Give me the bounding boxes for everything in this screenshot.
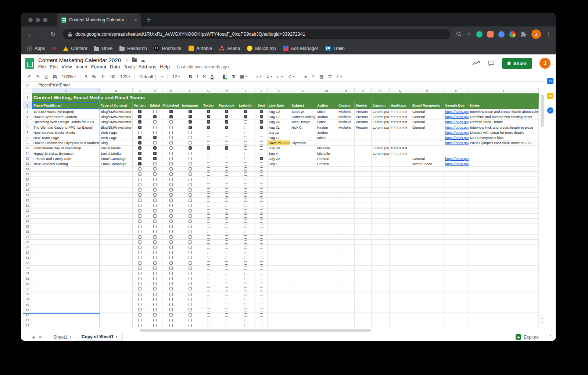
cell-E32[interactable] [162, 260, 180, 265]
cell-M4[interactable]: Jordan [316, 114, 337, 119]
cell-O17[interactable] [355, 182, 372, 188]
checkbox-F12[interactable] [189, 157, 192, 160]
cell-E31[interactable] [162, 255, 180, 260]
checkbox-J6[interactable]: ✓ [260, 126, 263, 129]
cell-M29[interactable] [316, 245, 337, 250]
checkbox-E32[interactable] [169, 261, 173, 265]
cell-I8[interactable] [236, 135, 255, 140]
cell-M18[interactable] [316, 188, 337, 193]
cell-B20[interactable] [100, 198, 133, 203]
cell-S44[interactable] [444, 323, 469, 328]
cell-D35[interactable] [147, 276, 162, 281]
cell-D4[interactable]: ✓ [147, 114, 162, 119]
checkbox-D18[interactable] [153, 188, 157, 192]
row-header-6[interactable]: 6 [23, 125, 32, 130]
cell-O10[interactable] [355, 146, 372, 151]
cell-S43[interactable] [444, 318, 469, 323]
checkbox-D32[interactable] [153, 261, 157, 265]
checkbox-J32[interactable] [260, 261, 263, 265]
bookmark-apps[interactable]: Apps [27, 46, 45, 51]
cell-B8[interactable]: Web Page [100, 135, 133, 140]
checkbox-C12[interactable]: ✓ [138, 157, 141, 160]
minimize-window-button[interactable] [36, 18, 40, 22]
cell-S13[interactable]: https://docs.goog [444, 161, 469, 167]
cell-J34[interactable] [255, 271, 268, 276]
checkbox-J27[interactable] [260, 235, 263, 239]
cell-G37[interactable] [200, 286, 217, 292]
document-title[interactable]: Content Marketing Calendar 2020 [38, 57, 121, 63]
checkbox-C37[interactable] [138, 287, 141, 290]
bookmark-asana[interactable]: Asana [219, 46, 240, 51]
cell-S19[interactable] [444, 193, 469, 198]
checkbox-G25[interactable] [207, 225, 210, 228]
cell-H9[interactable] [217, 140, 236, 146]
cell-L31[interactable] [290, 255, 316, 260]
cell-N31[interactable] [337, 255, 355, 260]
checkbox-E41[interactable] [169, 308, 173, 311]
row-header-14[interactable]: 14 [23, 167, 32, 172]
cell-O23[interactable] [355, 214, 372, 219]
cell-M21[interactable] [316, 203, 337, 208]
checkbox-D10[interactable]: ✓ [153, 146, 157, 150]
cell-I24[interactable] [236, 219, 255, 224]
cell-B27[interactable] [100, 235, 133, 240]
cell-S39[interactable] [444, 297, 469, 302]
checkbox-D44[interactable] [153, 324, 157, 327]
checkbox-F43[interactable] [189, 319, 192, 322]
cell-A7[interactable]: New Service: Social Media [32, 130, 100, 135]
cell-O43[interactable] [355, 318, 372, 323]
cell-A20[interactable] [32, 198, 100, 203]
cell-S40[interactable] [444, 302, 469, 307]
cell-I3[interactable]: ✓ [236, 109, 255, 114]
header-cell-M[interactable]: Author [316, 102, 337, 109]
checkbox-F14[interactable] [189, 167, 192, 171]
checkbox-D43[interactable] [153, 319, 157, 322]
cell-R32[interactable] [411, 260, 444, 265]
cell-R9[interactable] [411, 140, 444, 146]
cell-H21[interactable] [217, 203, 236, 208]
cell-D12[interactable]: ✓ [147, 156, 162, 161]
column-header-E[interactable]: E [162, 88, 180, 93]
header-cell-A[interactable]: Piece/Post/Email [32, 102, 100, 109]
cell-N22[interactable] [337, 208, 355, 214]
cell-B36[interactable] [100, 281, 133, 286]
cell-F15[interactable] [180, 172, 200, 177]
cell-J9[interactable] [255, 140, 268, 146]
checkbox-J19[interactable] [260, 193, 263, 197]
cell-S4[interactable]: https://docs.goog [444, 114, 469, 119]
cell-P32[interactable] [372, 260, 390, 265]
cell-T21[interactable] [469, 203, 539, 208]
cell-N32[interactable] [337, 260, 355, 265]
cell-R33[interactable] [411, 266, 444, 271]
cell-J4[interactable]: ✓ [255, 114, 268, 119]
cell-B30[interactable] [100, 250, 133, 255]
checkbox-G11[interactable] [207, 152, 210, 155]
cell-S37[interactable] [444, 286, 469, 292]
checkbox-J8[interactable] [260, 136, 263, 139]
cell-L35[interactable] [290, 276, 316, 281]
cell-H5[interactable]: ✓ [217, 119, 236, 125]
cell-I25[interactable] [236, 224, 255, 229]
cell-B44[interactable] [100, 323, 133, 328]
checkbox-F19[interactable] [189, 193, 192, 197]
cell-A21[interactable] [32, 203, 100, 208]
cell-F40[interactable] [180, 302, 200, 307]
sheet-tab-menu-icon[interactable]: ▾ [116, 335, 117, 338]
cell-C22[interactable] [133, 208, 147, 214]
cell-F6[interactable]: ✓ [180, 125, 200, 130]
cell-I22[interactable] [236, 208, 255, 214]
cell-M26[interactable] [316, 229, 337, 234]
checkbox-C36[interactable] [138, 282, 141, 285]
cell-T33[interactable] [469, 266, 539, 271]
cell-O25[interactable] [355, 224, 372, 229]
cell-L36[interactable] [290, 281, 316, 286]
cell-I20[interactable] [236, 198, 255, 203]
zoom-icon[interactable] [456, 31, 462, 37]
cell-C24[interactable] [133, 219, 147, 224]
cell-F19[interactable] [180, 193, 200, 198]
cell-R34[interactable] [411, 271, 444, 276]
cell-K14[interactable] [268, 167, 290, 172]
cell-I13[interactable] [236, 161, 255, 167]
cell-H8[interactable] [217, 135, 236, 140]
cell-B18[interactable] [100, 188, 133, 193]
